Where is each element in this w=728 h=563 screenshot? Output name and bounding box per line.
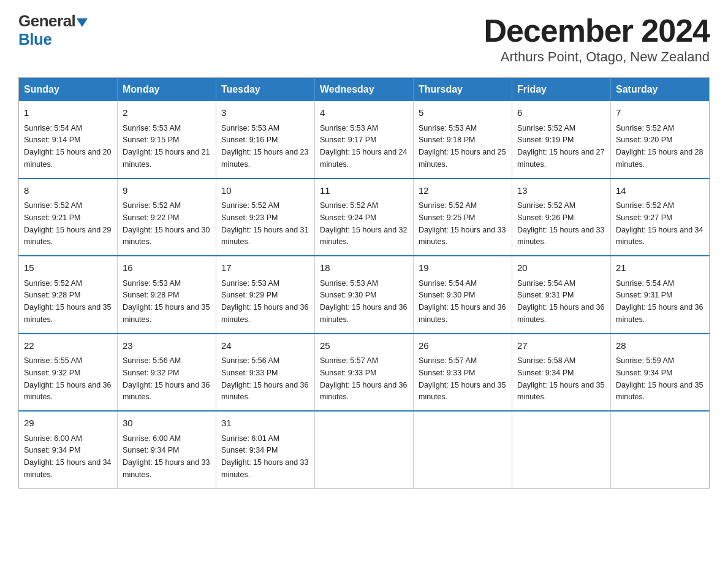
sunrise-text: Sunrise: 5:52 AM	[616, 124, 674, 132]
calendar-week-row: 1Sunrise: 5:54 AMSunset: 9:14 PMDaylight…	[19, 101, 710, 178]
daylight-text: Daylight: 15 hours and 36 minutes.	[221, 303, 308, 324]
day-number: 28	[616, 339, 704, 353]
sunrise-text: Sunrise: 5:52 AM	[24, 201, 82, 210]
day-number: 6	[517, 106, 605, 120]
sunset-text: Sunset: 9:28 PM	[123, 291, 179, 299]
day-number: 2	[123, 106, 211, 120]
daylight-text: Daylight: 15 hours and 35 minutes.	[123, 303, 210, 324]
col-thursday: Thursday	[414, 78, 512, 102]
sunset-text: Sunset: 9:34 PM	[24, 446, 80, 454]
sunrise-text: Sunrise: 6:01 AM	[221, 434, 279, 443]
daylight-text: Daylight: 15 hours and 35 minutes.	[616, 381, 703, 402]
col-monday: Monday	[118, 78, 216, 102]
calendar-day-cell: 15Sunrise: 5:52 AMSunset: 9:28 PMDayligh…	[19, 256, 118, 334]
sunrise-text: Sunrise: 5:57 AM	[419, 356, 477, 365]
calendar-day-cell: 25Sunrise: 5:57 AMSunset: 9:33 PMDayligh…	[315, 334, 414, 412]
sunrise-text: Sunrise: 5:52 AM	[517, 201, 575, 210]
calendar-week-row: 22Sunrise: 5:55 AMSunset: 9:32 PMDayligh…	[19, 334, 710, 412]
calendar-day-cell: 24Sunrise: 5:56 AMSunset: 9:33 PMDayligh…	[216, 334, 315, 412]
sunset-text: Sunset: 9:33 PM	[419, 369, 475, 377]
calendar-day-cell: 4Sunrise: 5:53 AMSunset: 9:17 PMDaylight…	[315, 101, 414, 178]
daylight-text: Daylight: 15 hours and 31 minutes.	[221, 226, 308, 247]
daylight-text: Daylight: 15 hours and 21 minutes.	[123, 148, 210, 169]
calendar-day-cell	[611, 411, 710, 488]
day-number: 25	[320, 339, 408, 353]
sunrise-text: Sunrise: 5:52 AM	[221, 201, 279, 210]
sunset-text: Sunset: 9:33 PM	[320, 369, 376, 377]
col-tuesday: Tuesday	[216, 78, 315, 102]
daylight-text: Daylight: 15 hours and 33 minutes.	[517, 226, 604, 247]
daylight-text: Daylight: 15 hours and 25 minutes.	[419, 148, 506, 169]
sunrise-text: Sunrise: 5:53 AM	[221, 124, 279, 132]
calendar-day-cell: 16Sunrise: 5:53 AMSunset: 9:28 PMDayligh…	[118, 256, 216, 334]
calendar-day-cell: 18Sunrise: 5:53 AMSunset: 9:30 PMDayligh…	[315, 256, 414, 334]
daylight-text: Daylight: 15 hours and 36 minutes.	[24, 381, 111, 402]
day-number: 8	[24, 184, 112, 198]
calendar-day-cell: 21Sunrise: 5:54 AMSunset: 9:31 PMDayligh…	[611, 256, 710, 334]
sunrise-text: Sunrise: 5:54 AM	[419, 279, 477, 288]
sunset-text: Sunset: 9:27 PM	[616, 213, 672, 222]
sunrise-text: Sunrise: 5:55 AM	[24, 356, 82, 365]
calendar-day-cell: 2Sunrise: 5:53 AMSunset: 9:15 PMDaylight…	[118, 101, 216, 178]
sunrise-text: Sunrise: 5:53 AM	[320, 124, 378, 132]
calendar-day-cell: 6Sunrise: 5:52 AMSunset: 9:19 PMDaylight…	[512, 101, 611, 178]
sunrise-text: Sunrise: 5:53 AM	[123, 124, 181, 132]
day-number: 24	[221, 339, 309, 353]
daylight-text: Daylight: 15 hours and 33 minutes.	[419, 226, 506, 247]
calendar-day-cell: 31Sunrise: 6:01 AMSunset: 9:34 PMDayligh…	[216, 411, 315, 488]
calendar-day-cell: 9Sunrise: 5:52 AMSunset: 9:22 PMDaylight…	[118, 178, 216, 256]
day-number: 1	[24, 106, 112, 120]
daylight-text: Daylight: 15 hours and 32 minutes.	[320, 226, 407, 247]
day-number: 23	[123, 339, 211, 353]
calendar-day-cell: 17Sunrise: 5:53 AMSunset: 9:29 PMDayligh…	[216, 256, 315, 334]
day-number: 22	[24, 339, 112, 353]
page-subtitle: Arthurs Point, Otago, New Zealand	[483, 49, 710, 65]
calendar-day-cell	[315, 411, 414, 488]
sunset-text: Sunset: 9:14 PM	[24, 136, 80, 144]
sunrise-text: Sunrise: 5:52 AM	[616, 201, 674, 210]
calendar-day-cell: 23Sunrise: 5:56 AMSunset: 9:32 PMDayligh…	[118, 334, 216, 412]
calendar-table: Sunday Monday Tuesday Wednesday Thursday…	[18, 77, 710, 489]
day-number: 20	[517, 261, 605, 275]
day-number: 5	[419, 106, 507, 120]
calendar-day-cell: 22Sunrise: 5:55 AMSunset: 9:32 PMDayligh…	[19, 334, 118, 412]
daylight-text: Daylight: 15 hours and 35 minutes.	[517, 381, 604, 402]
sunset-text: Sunset: 9:34 PM	[123, 446, 179, 454]
sunrise-text: Sunrise: 5:52 AM	[517, 124, 575, 132]
daylight-text: Daylight: 15 hours and 36 minutes.	[419, 303, 506, 324]
day-number: 9	[123, 184, 211, 198]
calendar-day-cell: 10Sunrise: 5:52 AMSunset: 9:23 PMDayligh…	[216, 178, 315, 256]
sunrise-text: Sunrise: 5:53 AM	[123, 279, 181, 288]
calendar-day-cell: 1Sunrise: 5:54 AMSunset: 9:14 PMDaylight…	[19, 101, 118, 178]
day-number: 31	[221, 416, 309, 431]
day-number: 7	[616, 106, 704, 120]
sunset-text: Sunset: 9:31 PM	[517, 291, 574, 299]
daylight-text: Daylight: 15 hours and 36 minutes.	[221, 381, 308, 402]
day-number: 13	[517, 184, 605, 198]
calendar-day-cell: 28Sunrise: 5:59 AMSunset: 9:34 PMDayligh…	[611, 334, 710, 412]
calendar-day-cell: 8Sunrise: 5:52 AMSunset: 9:21 PMDaylight…	[19, 178, 118, 256]
sunrise-text: Sunrise: 5:59 AM	[616, 356, 674, 365]
sunrise-text: Sunrise: 5:52 AM	[320, 201, 378, 210]
daylight-text: Daylight: 15 hours and 30 minutes.	[123, 226, 210, 247]
sunset-text: Sunset: 9:30 PM	[419, 291, 475, 299]
daylight-text: Daylight: 15 hours and 36 minutes.	[320, 381, 407, 402]
day-number: 18	[320, 261, 408, 275]
sunset-text: Sunset: 9:34 PM	[221, 446, 278, 454]
sunset-text: Sunset: 9:21 PM	[24, 213, 80, 222]
sunrise-text: Sunrise: 5:56 AM	[221, 356, 279, 365]
calendar-day-cell: 30Sunrise: 6:00 AMSunset: 9:34 PMDayligh…	[118, 411, 216, 488]
day-number: 14	[616, 184, 704, 198]
col-sunday: Sunday	[19, 78, 118, 102]
sunrise-text: Sunrise: 5:52 AM	[123, 201, 181, 210]
sunrise-text: Sunrise: 5:56 AM	[123, 356, 181, 365]
calendar-day-cell: 27Sunrise: 5:58 AMSunset: 9:34 PMDayligh…	[512, 334, 611, 412]
daylight-text: Daylight: 15 hours and 36 minutes.	[616, 303, 703, 324]
logo: General Blue	[18, 12, 88, 49]
calendar-day-cell: 19Sunrise: 5:54 AMSunset: 9:30 PMDayligh…	[414, 256, 512, 334]
sunset-text: Sunset: 9:30 PM	[320, 291, 376, 299]
daylight-text: Daylight: 15 hours and 33 minutes.	[123, 458, 210, 479]
calendar-day-cell	[414, 411, 512, 488]
daylight-text: Daylight: 15 hours and 23 minutes.	[221, 148, 308, 169]
sunrise-text: Sunrise: 5:52 AM	[419, 201, 477, 210]
